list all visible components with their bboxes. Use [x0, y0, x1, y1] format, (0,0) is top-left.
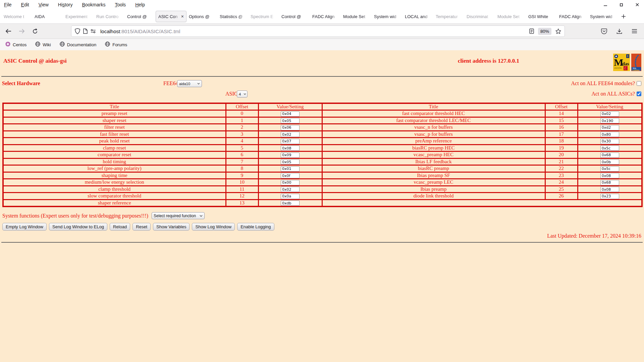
value-input-offset-17[interactable]: [600, 132, 619, 137]
value-input-offset-24[interactable]: [600, 180, 619, 185]
value-input-offset-8[interactable]: [281, 166, 300, 172]
value-input-offset-13[interactable]: [281, 200, 300, 206]
navigation-bar: localhost:8015/AIDA/ASIC/ASIC.tml 80%: [0, 23, 644, 39]
value-input-offset-25[interactable]: [600, 187, 619, 192]
permissions-icon[interactable]: [91, 29, 96, 33]
enable-logging-button[interactable]: Enable Logging: [237, 223, 274, 231]
tab-statistics[interactable]: Statistics @: [217, 11, 248, 22]
menu-tools[interactable]: Tools: [115, 2, 126, 7]
value-input-offset-9[interactable]: [281, 173, 300, 178]
value-input-offset-15[interactable]: [600, 118, 619, 123]
close-button[interactable]: [635, 3, 639, 7]
value-input-offset-16[interactable]: [600, 125, 619, 130]
value-input-offset-14[interactable]: [600, 111, 619, 117]
value-input-offset-23[interactable]: [600, 173, 619, 178]
downloads-icon[interactable]: [616, 28, 622, 34]
value-input-offset-0[interactable]: [281, 111, 300, 117]
maximize-button[interactable]: [620, 3, 623, 7]
tab-run-contro[interactable]: Run Contro: [94, 11, 125, 22]
tab-spectrum-e[interactable]: Spectrum E: [248, 11, 279, 22]
value-input-offset-2[interactable]: [281, 125, 300, 130]
forward-button[interactable]: [19, 28, 25, 34]
reload-button[interactable]: [32, 28, 38, 34]
minimize-button[interactable]: [603, 3, 607, 7]
pocket-icon[interactable]: [601, 28, 607, 34]
url-text[interactable]: localhost:8015/AIDA/ASIC/ASIC.tml: [100, 28, 180, 34]
reset-button[interactable]: Reset: [132, 223, 151, 231]
value-input-offset-12[interactable]: [281, 194, 300, 199]
tab-module-set[interactable]: Module Set: [341, 11, 372, 22]
menu-edit[interactable]: Edit: [21, 2, 29, 7]
asic-select[interactable]: 4: [237, 90, 248, 98]
bookmark-wiki[interactable]: Wiki: [35, 42, 51, 48]
bookmark-forums[interactable]: Forums: [105, 42, 127, 48]
system-functions-select[interactable]: Select required function: [152, 212, 205, 219]
bookmarks-bar: CentosWikiDocumentationForums: [0, 39, 644, 50]
tab-label: AIDA: [35, 14, 61, 19]
bookmark-label: Wiki: [43, 42, 51, 47]
zoom-level-badge[interactable]: 80%: [538, 28, 551, 35]
value-input-offset-1[interactable]: [281, 118, 300, 123]
tcl-powered-logo[interactable]: TCLPOWERED: [631, 54, 641, 72]
tab-temperatur[interactable]: Temperatur: [433, 11, 464, 22]
table-header-row: TitleOffsetValue/SettingTitleOffsetValue…: [3, 103, 642, 110]
tab-welcome-t[interactable]: Welcome t: [1, 11, 32, 22]
table-row: preamp reset0fast comparator threshold H…: [3, 110, 642, 117]
param-title: clamp reset: [3, 144, 226, 152]
tab-gsi-white[interactable]: GSI White: [526, 11, 557, 22]
back-button[interactable]: [5, 28, 11, 34]
value-input-offset-3[interactable]: [281, 132, 300, 137]
value-input-offset-19[interactable]: [600, 145, 619, 151]
reader-mode-icon[interactable]: [529, 28, 534, 34]
page-info-icon[interactable]: [83, 28, 88, 34]
tab-control[interactable]: Control @: [125, 11, 156, 22]
fee64-select[interactable]: aida10: [177, 80, 202, 87]
send-log-window-to-elog-button[interactable]: Send Log Window to ELog: [49, 223, 107, 231]
shield-icon[interactable]: [75, 28, 80, 34]
value-input-offset-22[interactable]: [600, 166, 619, 172]
tab-local-and[interactable]: LOCAL and: [402, 11, 433, 22]
value-input-offset-5[interactable]: [281, 145, 300, 151]
tab-close-icon[interactable]: ×: [181, 14, 184, 19]
value-input-offset-21[interactable]: [600, 159, 619, 165]
tab-options[interactable]: Options @: [186, 11, 217, 22]
midas-logo[interactable]: Midaspowered by: [613, 54, 630, 72]
value-input-offset-6[interactable]: [281, 153, 300, 158]
menu-help[interactable]: Help: [135, 2, 145, 7]
value-input-offset-11[interactable]: [281, 187, 300, 192]
menu-file[interactable]: File: [4, 2, 12, 7]
param-value-cell: [258, 172, 322, 179]
value-input-offset-4[interactable]: [281, 139, 300, 144]
bookmark-centos[interactable]: Centos: [5, 42, 26, 48]
bookmark-documentation[interactable]: Documentation: [60, 42, 96, 48]
tab-aida[interactable]: AIDA: [32, 11, 63, 22]
empty-log-window-button[interactable]: Empty Log Window: [2, 223, 47, 231]
act-all-fee64-checkbox[interactable]: [637, 81, 641, 86]
menu-bookmarks[interactable]: Bookmarks: [82, 2, 105, 7]
act-all-asics-checkbox[interactable]: [637, 92, 641, 96]
new-tab-button[interactable]: [619, 11, 629, 21]
value-input-offset-26[interactable]: [600, 194, 619, 199]
menu-view[interactable]: View: [39, 2, 49, 7]
tab-fadc-align[interactable]: FADC Align: [310, 11, 341, 22]
url-bar[interactable]: localhost:8015/AIDA/ASIC/ASIC.tml 80%: [71, 26, 565, 37]
value-input-offset-18[interactable]: [600, 139, 619, 144]
tab-discriminat[interactable]: Discriminat: [464, 11, 495, 22]
tab-module-set[interactable]: Module Set: [495, 11, 526, 22]
hamburger-menu-icon[interactable]: [632, 29, 637, 34]
svg-text:idas: idas: [621, 61, 629, 66]
tab-system-wid[interactable]: System wid: [588, 11, 619, 22]
value-input-offset-20[interactable]: [600, 153, 619, 158]
value-input-offset-7[interactable]: [281, 159, 300, 165]
reload-button[interactable]: Reload: [110, 223, 130, 231]
bookmark-star-icon[interactable]: [555, 28, 561, 34]
menu-history[interactable]: History: [58, 2, 73, 7]
tab-system-wid[interactable]: System wid: [372, 11, 402, 22]
value-input-offset-10[interactable]: [281, 180, 300, 185]
tab-experiment[interactable]: Experiment: [63, 11, 94, 22]
tab-fadc-align[interactable]: FADC Align: [557, 11, 588, 22]
show-log-window-button[interactable]: Show Log Window: [192, 223, 235, 231]
show-variables-button[interactable]: Show Variables: [153, 223, 190, 231]
tab-control[interactable]: Control @: [279, 11, 310, 22]
tab-asic-con[interactable]: ASIC Con×: [156, 11, 186, 22]
